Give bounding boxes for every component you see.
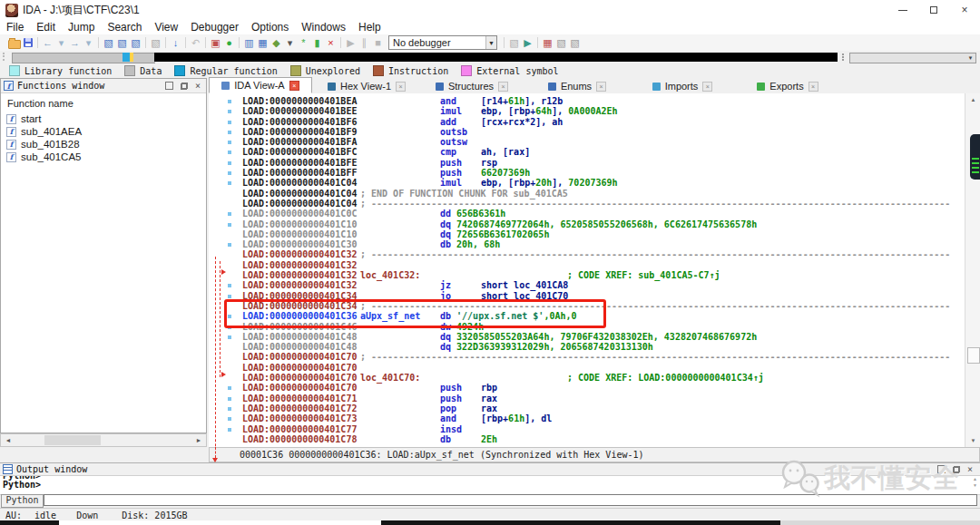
- functions-window-titlebar[interactable]: f Functions window ×: [1, 79, 206, 93]
- listing-line[interactable]: LOAD:0000000000401BFAoutsw: [242, 137, 965, 147]
- debug-play-icon[interactable]: ▶: [344, 36, 358, 50]
- listing-line[interactable]: LOAD:0000000000401C72poprax: [242, 403, 965, 413]
- attach-icon[interactable]: ▧: [507, 36, 521, 50]
- tab-imports[interactable]: Imports×: [632, 79, 733, 93]
- save-file-icon[interactable]: [21, 36, 34, 50]
- listing-line[interactable]: LOAD:0000000000401C70: [242, 363, 965, 373]
- listing-line[interactable]: LOAD:0000000000401C32jzshort loc_401CA8: [242, 280, 965, 290]
- minimize-button[interactable]: [887, 0, 918, 20]
- scroll-up-icon[interactable]: ▲: [965, 93, 980, 106]
- listing-line[interactable]: LOAD:0000000000401BEEimulebp, [rbp+64h],…: [242, 106, 965, 116]
- nav-back-drop-icon[interactable]: ▾: [54, 36, 68, 50]
- tab-close-icon[interactable]: ×: [596, 82, 606, 92]
- vscroll-thumb[interactable]: [967, 347, 980, 364]
- debugger-select[interactable]: No debugger▼: [388, 35, 497, 50]
- navigation-band[interactable]: ▼: [0, 51, 980, 63]
- create-func-icon[interactable]: ◆: [270, 36, 283, 50]
- listing-line[interactable]: LOAD:0000000000401C71pushrax: [242, 394, 965, 403]
- restore-button[interactable]: [918, 0, 949, 20]
- tab-structures[interactable]: Structures×: [421, 79, 523, 93]
- function-item-sub-401ca5[interactable]: fsub_401CA5: [1, 151, 206, 163]
- listing-line[interactable]: LOAD:0000000000401C48dq 3320585055203A64…: [242, 332, 965, 342]
- window-list-icon[interactable]: ▧: [554, 36, 568, 50]
- listing-line[interactable]: LOAD:0000000000401BF9outsb: [242, 127, 965, 137]
- close-pane-icon[interactable]: ×: [967, 466, 973, 472]
- listing-line[interactable]: LOAD:0000000000401BFFpush66207369h: [242, 168, 965, 178]
- disassembly-listing[interactable]: LOAD:0000000000401BEAand[r14+61h], r12bL…: [209, 93, 965, 447]
- menu-view[interactable]: View: [148, 21, 184, 34]
- desktop-icon[interactable]: ▦: [541, 36, 554, 50]
- cancel-red-icon[interactable]: ×: [324, 36, 338, 50]
- tab-close-icon[interactable]: ×: [396, 82, 406, 92]
- listing-line[interactable]: LOAD:0000000000401C10dq 7420687469772064…: [242, 219, 965, 229]
- set-comment-icon[interactable]: ▧: [129, 36, 142, 50]
- listing-line[interactable]: LOAD:0000000000401C10dq 72656B6361702065…: [242, 229, 965, 239]
- close-button[interactable]: ×: [949, 0, 980, 20]
- scroll-down-icon[interactable]: ▼: [965, 434, 980, 447]
- function-item-sub-401b28[interactable]: fsub_401B28: [1, 138, 206, 151]
- listing-line[interactable]: LOAD:0000000000401C70pushrbp: [242, 383, 965, 393]
- output-console[interactable]: Python>Python>: [0, 475, 980, 495]
- func-drop-icon[interactable]: ▾: [283, 36, 297, 50]
- undo-icon[interactable]: ↶: [189, 36, 202, 50]
- script-icon[interactable]: *: [297, 36, 310, 50]
- nav-back-icon[interactable]: ←: [41, 36, 54, 50]
- output-window-titlebar[interactable]: Output window ×: [0, 463, 980, 475]
- maximize-pane-icon[interactable]: [165, 82, 173, 90]
- listing-line[interactable]: LOAD:0000000000401C78db2Eh: [242, 434, 965, 444]
- debug-pause-icon[interactable]: ∥: [358, 36, 371, 50]
- navband-unexplored-region[interactable]: [154, 53, 838, 62]
- menu-edit[interactable]: Edit: [30, 21, 62, 34]
- tab-hex-view-1[interactable]: Hex View-1×: [316, 79, 417, 93]
- listing-line[interactable]: LOAD:0000000000401C70; -----------------…: [242, 352, 965, 362]
- tab-enums[interactable]: Enums×: [526, 79, 628, 93]
- function-name-column-header[interactable]: Function name: [1, 93, 206, 112]
- listing-line[interactable]: LOAD:0000000000401C77insd: [242, 424, 965, 434]
- nav-forward-icon[interactable]: →: [68, 36, 82, 50]
- tab-close-icon[interactable]: ×: [808, 82, 818, 92]
- function-item-start[interactable]: fstart: [1, 112, 206, 125]
- navband-dropdown[interactable]: ▼: [849, 53, 976, 63]
- listing-line[interactable]: LOAD:0000000000401BFCcmpah, [rax]: [242, 147, 965, 157]
- exit-debugger-icon[interactable]: ▶: [521, 36, 534, 50]
- run-green-icon[interactable]: ●: [222, 36, 236, 50]
- listing-line[interactable]: LOAD:0000000000401C32; -----------------…: [242, 249, 965, 259]
- listing-line[interactable]: LOAD:0000000000401C04; -----------------…: [242, 199, 965, 209]
- tab-ida-view-a[interactable]: IDA View-A×: [209, 77, 312, 93]
- nav-forward-drop-icon[interactable]: ▾: [82, 36, 95, 50]
- docked-gadget[interactable]: [970, 134, 980, 180]
- window-close-icon[interactable]: ▧: [568, 36, 582, 50]
- scroll-left-icon[interactable]: ◄: [2, 435, 15, 445]
- tab-close-icon[interactable]: ×: [289, 81, 299, 91]
- scroll-right-icon[interactable]: ►: [192, 435, 205, 445]
- listing-line[interactable]: LOAD:0000000000401C32loc_401C32:; CODE X…: [242, 270, 965, 280]
- maximize-pane-icon[interactable]: [937, 465, 946, 473]
- listing-line[interactable]: LOAD:0000000000401BFEpushrsp: [242, 158, 965, 168]
- float-pane-icon[interactable]: [181, 83, 188, 90]
- listing-line[interactable]: LOAD:0000000000401C70loc_401C70:; CODE X…: [242, 373, 965, 383]
- close-pane-icon[interactable]: ×: [195, 83, 201, 89]
- listing-line[interactable]: LOAD:0000000000401C73and[rbp+61h], dl: [242, 413, 965, 423]
- menu-debugger[interactable]: Debugger: [184, 21, 245, 34]
- listing-line[interactable]: LOAD:0000000000401C30db 20h, 68h: [242, 239, 965, 249]
- listing-line[interactable]: LOAD:0000000000401BF6add[rcx+rcx*2], ah: [242, 117, 965, 127]
- rename-icon[interactable]: ▧: [102, 36, 115, 50]
- copy-icon[interactable]: ▧: [149, 36, 162, 50]
- listing-line[interactable]: LOAD:0000000000401C32: [242, 260, 965, 270]
- open-file-icon[interactable]: [7, 36, 21, 50]
- navband-track[interactable]: [12, 53, 155, 63]
- retype-icon[interactable]: ▧: [115, 36, 129, 50]
- menu-jump[interactable]: Jump: [62, 21, 101, 34]
- listing-line[interactable]: LOAD:0000000000401C04imulebp, [rbp+20h],…: [242, 178, 965, 188]
- jump-address-icon[interactable]: ↓: [169, 36, 182, 50]
- listing-line[interactable]: LOAD:0000000000401C48dq 322D363939312029…: [242, 342, 965, 352]
- listing-line[interactable]: LOAD:0000000000401C04; END OF FUNCTION C…: [242, 189, 965, 199]
- tab-close-icon[interactable]: ×: [702, 82, 712, 92]
- function-item-sub-401aea[interactable]: fsub_401AEA: [1, 125, 206, 138]
- chart-icon[interactable]: ▥: [242, 36, 256, 50]
- navband-handle-icon[interactable]: [3, 53, 8, 61]
- menu-windows[interactable]: Windows: [295, 21, 352, 34]
- tab-close-icon[interactable]: ×: [498, 82, 508, 92]
- graph-icon[interactable]: ▦: [256, 36, 270, 50]
- float-pane-icon[interactable]: [953, 466, 960, 473]
